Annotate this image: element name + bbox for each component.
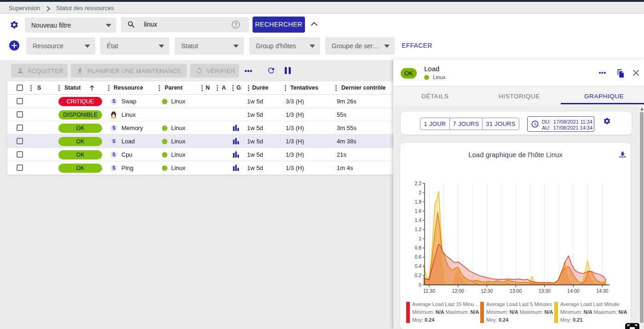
svg-text:12:00: 12:00 xyxy=(452,288,464,294)
svg-text:12:30: 12:30 xyxy=(481,288,493,294)
svg-text:1.6: 1.6 xyxy=(414,208,421,214)
svg-text:0.4: 0.4 xyxy=(414,263,421,269)
svg-text:13:00: 13:00 xyxy=(510,288,522,294)
svg-text:1: 1 xyxy=(419,236,421,241)
svg-text:0.8: 0.8 xyxy=(414,245,421,250)
svg-text:1.8: 1.8 xyxy=(414,199,421,204)
svg-text:0.2: 0.2 xyxy=(414,272,421,278)
svg-text:2.2: 2.2 xyxy=(414,181,421,186)
svg-text:0: 0 xyxy=(419,282,421,288)
svg-text:1.2: 1.2 xyxy=(414,227,421,232)
svg-text:2: 2 xyxy=(419,190,421,195)
svg-text:14:30: 14:30 xyxy=(596,288,608,294)
svg-text:0.6: 0.6 xyxy=(414,254,421,260)
svg-text:11:30: 11:30 xyxy=(423,288,435,294)
svg-text:13:30: 13:30 xyxy=(539,288,551,294)
svg-text:14:00: 14:00 xyxy=(567,288,579,294)
svg-text:1.4: 1.4 xyxy=(414,217,421,223)
